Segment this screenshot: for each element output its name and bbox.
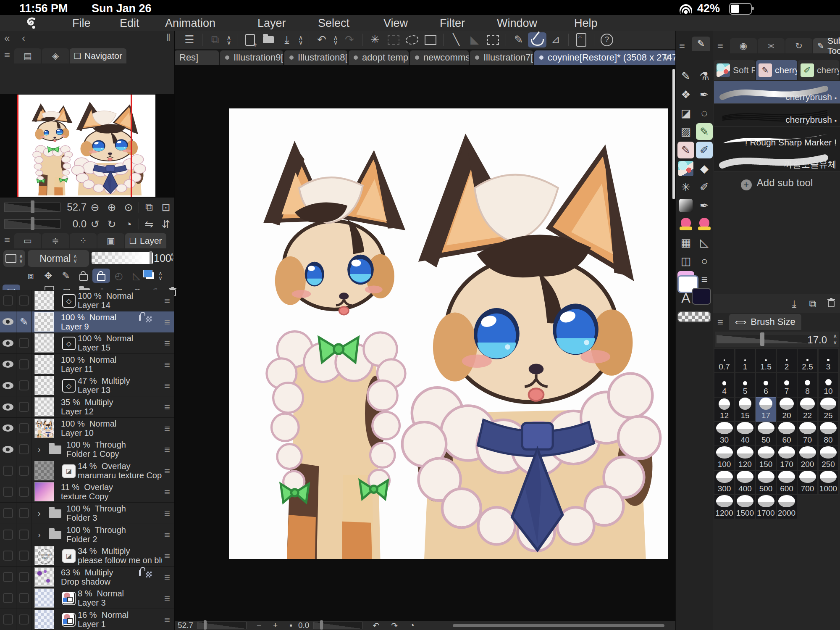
tab-active-document[interactable]: coynine[Restore]* (3508 x 2747px 100dpi …	[534, 50, 675, 65]
layer-row-menu-icon[interactable]: ≡	[164, 316, 170, 328]
layer-tab-timeline[interactable]: ▭	[14, 233, 41, 248]
delete-sub-tool-icon[interactable]	[822, 298, 840, 310]
tab-document[interactable]: Illustration9[Res	[220, 50, 283, 65]
clip-to-layer-icon[interactable]: ⧈	[22, 269, 39, 283]
ruler-icon[interactable]: ◺	[128, 269, 145, 283]
new-canvas-icon[interactable]	[241, 32, 259, 47]
brush-size-1.5[interactable]: 1.5	[756, 348, 776, 373]
sub-color-swatch[interactable]	[692, 288, 711, 305]
blue-marker-tool-icon[interactable]: ✐	[696, 142, 713, 158]
menu-layer[interactable]: Layer	[257, 17, 286, 30]
strip-menu-icon[interactable]: ≡	[696, 271, 713, 288]
brush-size-slider[interactable]: 17.0 ∧∨	[715, 332, 839, 347]
layer-row-menu-icon[interactable]: ≡	[164, 295, 170, 307]
subtool-group-2[interactable]: ✐cherrybr	[798, 60, 839, 80]
tab-document[interactable]: Res]	[174, 50, 219, 65]
layer-row-menu-icon[interactable]: ≡	[164, 486, 170, 498]
layer-row-menu-icon[interactable]: ≡	[164, 465, 170, 477]
subtool-brush-row[interactable]: ! Rough Sharp Marker !	[714, 127, 840, 149]
brush-size-400[interactable]: 400	[735, 470, 756, 495]
layer-tab-reference[interactable]: ▣	[97, 233, 124, 248]
canvas-horizontal-scrollbar[interactable]	[453, 624, 664, 627]
zoom-slider[interactable]	[197, 622, 247, 629]
pen-tool-icon[interactable]: ✎	[677, 68, 694, 84]
layer-row[interactable]: ◇8 % NormalLayer 3≡	[0, 588, 174, 609]
layer-row[interactable]: ✎100 % NormalLayer 9≡	[0, 311, 174, 333]
brush-size-300[interactable]: 300	[714, 470, 735, 495]
menu-select[interactable]: Select	[318, 17, 349, 30]
layer-row[interactable]: ◇100 % NormalLayer 14≡	[0, 290, 174, 311]
tab-document[interactable]: Illustration7[Res	[470, 50, 533, 65]
operation-tool-icon[interactable]: ⧉	[206, 32, 224, 47]
brush-size-2000[interactable]: 2000	[777, 495, 797, 519]
subtool-brush-row[interactable]: cherrybrush▪	[714, 81, 840, 104]
layer-row-menu-icon[interactable]: ≡	[164, 423, 170, 435]
airbrush-tool-icon[interactable]: ⚗	[696, 68, 713, 84]
canvas-area[interactable]	[174, 65, 675, 621]
zoom-out-button[interactable]: −	[257, 621, 261, 630]
ruler-pen-icon[interactable]: ✎	[509, 32, 528, 47]
brush-size-22[interactable]: 22	[797, 397, 818, 422]
zoom-out-icon[interactable]: ⊖	[87, 201, 103, 214]
object-tool-icon[interactable]: ❖	[677, 86, 694, 103]
reset-rotation-button[interactable]: ◔	[410, 621, 414, 630]
brush-size-1000[interactable]: 1000	[818, 470, 839, 495]
layer-checkbox[interactable]	[16, 503, 32, 524]
soft-eraser-tool-icon[interactable]: ◆	[696, 160, 713, 177]
subtool-brush-row[interactable]: cherrybrush▪	[714, 104, 840, 127]
layer-checkbox[interactable]	[16, 354, 32, 375]
layer-tab-tone[interactable]: ≑	[42, 233, 69, 248]
layer-row[interactable]: 35 % MultiplyLayer 12≡	[0, 396, 174, 418]
poop-brush-2-tool-icon[interactable]	[696, 216, 713, 232]
brush-size-120[interactable]: 120	[735, 446, 756, 470]
layer-edit-pencil-icon[interactable]: ✎	[16, 311, 32, 332]
layer-visibility-checkbox[interactable]	[0, 503, 16, 524]
brush-size-500[interactable]: 500	[756, 470, 776, 495]
subtool-header-tab-0[interactable]: ◉	[730, 38, 757, 53]
line-tool-icon[interactable]: ╲	[447, 32, 465, 47]
rotate-left-icon[interactable]: ↺	[87, 218, 103, 230]
canvas-vertical-scrollbar[interactable]	[672, 69, 675, 199]
layer-checkbox[interactable]	[16, 524, 32, 545]
tab-sub-tool[interactable]: ✎Sub Tool	[813, 38, 840, 53]
layer-visibility-eye-icon[interactable]	[0, 439, 16, 460]
brush-size-12[interactable]: 12	[714, 397, 735, 422]
layer-checkbox[interactable]	[16, 588, 32, 609]
back-icon[interactable]: ‹	[22, 32, 25, 44]
layer-row-menu-icon[interactable]: ≡	[164, 380, 170, 392]
draft-layer-icon[interactable]: ✎	[57, 269, 75, 283]
layer-checkbox[interactable]	[16, 545, 32, 566]
brush-size-60[interactable]: 60	[777, 422, 797, 446]
menu-view[interactable]: View	[383, 17, 408, 30]
rotate-left-button[interactable]: ↶	[373, 621, 379, 630]
brush-size-0.7[interactable]: 0.7	[714, 348, 735, 373]
brush-size-6[interactable]: 6	[756, 373, 776, 397]
eyedropper-tool-icon[interactable]: ✒	[696, 86, 713, 103]
brush-size-8[interactable]: 8	[797, 373, 818, 397]
brush-size-menu-icon[interactable]: ≡	[717, 316, 723, 328]
undo-icon[interactable]: ↶	[312, 32, 331, 47]
layer-visibility-eye-icon[interactable]	[0, 418, 16, 439]
layer-row-menu-icon[interactable]: ≡	[164, 401, 170, 413]
canvas-document[interactable]	[229, 108, 668, 559]
transparent-color-swatch[interactable]	[677, 311, 711, 322]
navigator-preview[interactable]	[0, 94, 174, 198]
rotate-right-icon[interactable]: ↻	[103, 218, 120, 230]
main-menu-icon[interactable]: ☰	[180, 32, 199, 47]
navigator-menu-icon[interactable]: ≡	[4, 49, 10, 61]
layer-visibility-eye-icon[interactable]	[0, 332, 16, 353]
folder-expand-chevron-icon[interactable]: ›	[38, 445, 41, 454]
brush-size-1700[interactable]: 1700	[756, 495, 776, 519]
brush-size-15[interactable]: 15	[735, 397, 756, 422]
brush-size-4[interactable]: 4	[714, 373, 735, 397]
menu-help[interactable]: Help	[574, 17, 598, 30]
brush-size-2.5[interactable]: 2.5	[797, 348, 818, 373]
subtool-menu-icon[interactable]: ≡	[717, 40, 723, 52]
opacity-stepper[interactable]: ∧∨	[170, 252, 174, 261]
brush-size-170[interactable]: 170	[777, 446, 797, 470]
nav-tab-2[interactable]: ◈	[42, 48, 69, 63]
menu-filter[interactable]: Filter	[440, 17, 465, 30]
frame-tool-icon[interactable]	[484, 32, 502, 47]
tab-list-caret-icon[interactable]: ∨	[663, 51, 670, 63]
layer-row[interactable]: 11 % Overlaytexture Copy≡	[0, 481, 174, 503]
